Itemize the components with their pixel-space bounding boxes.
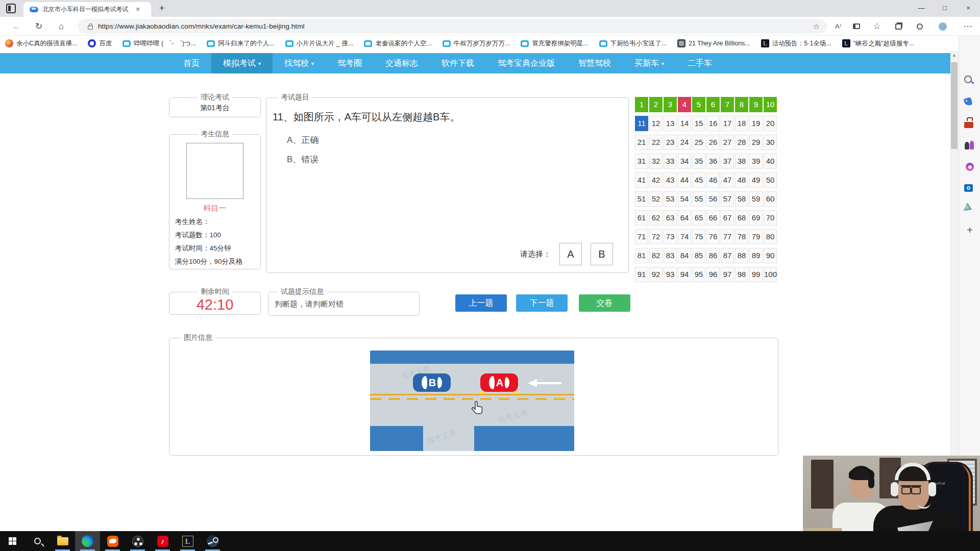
next-question-button[interactable]: 下一题	[516, 294, 568, 312]
question-cell-90[interactable]: 90	[764, 248, 777, 263]
question-cell-38[interactable]: 38	[735, 154, 748, 169]
question-cell-82[interactable]: 82	[649, 248, 663, 263]
taskbar-obs-icon[interactable]	[125, 531, 150, 551]
taskbar-file-explorer-icon[interactable]	[50, 531, 75, 551]
question-cell-57[interactable]: 57	[721, 191, 734, 207]
question-cell-76[interactable]: 76	[706, 229, 720, 244]
bookmark-item-8[interactable]: 冒充警察绑架明星...	[521, 39, 588, 48]
question-cell-73[interactable]: 73	[664, 229, 677, 244]
question-cell-96[interactable]: 96	[706, 267, 720, 282]
question-cell-23[interactable]: 23	[664, 135, 677, 150]
question-cell-5[interactable]: 5	[692, 97, 705, 112]
question-cell-10[interactable]: 10	[764, 97, 777, 112]
scrollbar-thumb[interactable]	[951, 62, 958, 149]
question-cell-24[interactable]: 24	[678, 135, 691, 150]
bookmark-item-11[interactable]: 活动预告：5·1全场...	[761, 39, 831, 48]
question-cell-67[interactable]: 67	[721, 210, 734, 226]
nav-item-二手车[interactable]: 二手车	[676, 53, 724, 73]
question-cell-13[interactable]: 13	[664, 116, 677, 131]
question-cell-21[interactable]: 21	[635, 135, 648, 150]
question-cell-22[interactable]: 22	[649, 135, 663, 150]
bookmark-item-2[interactable]: 百度	[88, 39, 112, 48]
prev-question-button[interactable]: 上一题	[455, 294, 507, 312]
scroll-up-icon[interactable]: ▲	[950, 53, 959, 58]
question-cell-26[interactable]: 26	[706, 135, 720, 150]
bookmark-item-7[interactable]: 牛叔万岁万岁万万...	[443, 39, 510, 48]
question-cell-98[interactable]: 98	[735, 267, 748, 282]
question-cell-1[interactable]: 1	[635, 97, 648, 112]
question-cell-33[interactable]: 33	[664, 154, 677, 169]
address-bar[interactable]: https://www.jiakaobaodian.com/mnks/exam/…	[78, 19, 827, 34]
question-cell-41[interactable]: 41	[635, 172, 648, 188]
option-A[interactable]: A、正确	[287, 134, 628, 146]
question-cell-11[interactable]: 11	[635, 116, 648, 131]
question-cell-43[interactable]: 43	[664, 172, 677, 188]
question-cell-62[interactable]: 62	[649, 210, 663, 226]
question-cell-78[interactable]: 78	[735, 229, 748, 244]
settings-more-icon[interactable]: ⋯	[962, 20, 974, 33]
question-cell-28[interactable]: 28	[735, 135, 748, 150]
question-cell-94[interactable]: 94	[678, 267, 691, 282]
question-cell-27[interactable]: 27	[721, 135, 734, 150]
question-cell-34[interactable]: 34	[678, 154, 691, 169]
question-cell-95[interactable]: 95	[692, 267, 705, 282]
nav-item-模拟考试[interactable]: 模拟考试▾	[211, 53, 273, 73]
question-cell-45[interactable]: 45	[692, 172, 705, 188]
bookmark-item-5[interactable]: 小片片说大片 _ 搜...	[285, 39, 354, 48]
profile-avatar[interactable]	[937, 20, 949, 33]
question-cell-86[interactable]: 86	[706, 248, 720, 263]
question-cell-71[interactable]: 71	[635, 229, 648, 244]
question-cell-58[interactable]: 58	[735, 191, 748, 207]
question-cell-91[interactable]: 91	[635, 267, 648, 282]
taskbar-douyu-icon[interactable]	[100, 531, 125, 551]
question-cell-88[interactable]: 88	[735, 248, 748, 263]
question-cell-37[interactable]: 37	[721, 154, 734, 169]
question-cell-39[interactable]: 39	[749, 154, 763, 169]
question-cell-68[interactable]: 68	[735, 210, 748, 226]
question-cell-75[interactable]: 75	[692, 229, 705, 244]
question-cell-61[interactable]: 61	[635, 210, 648, 226]
question-cell-2[interactable]: 2	[649, 97, 663, 112]
question-cell-47[interactable]: 47	[721, 172, 734, 188]
question-cell-20[interactable]: 20	[764, 116, 777, 131]
question-cell-8[interactable]: 8	[735, 97, 748, 112]
question-cell-36[interactable]: 36	[706, 154, 720, 169]
maximize-button[interactable]: □	[933, 0, 957, 17]
question-cell-29[interactable]: 29	[749, 135, 763, 150]
browser-tab[interactable]: 北京市小车科目一模拟考试考试 ×	[23, 2, 151, 17]
question-cell-51[interactable]: 51	[635, 191, 648, 207]
question-cell-19[interactable]: 19	[749, 116, 763, 131]
back-icon[interactable]: ←	[10, 20, 22, 33]
nav-item-智慧驾校[interactable]: 智慧驾校	[567, 53, 623, 73]
option-B[interactable]: B、错误	[287, 154, 628, 165]
question-cell-16[interactable]: 16	[706, 116, 720, 131]
sidebar-games-icon[interactable]	[964, 140, 975, 151]
choice-button-A[interactable]: A	[559, 243, 582, 265]
submit-exam-button[interactable]: 交卷	[579, 294, 630, 312]
question-cell-80[interactable]: 80	[764, 229, 777, 244]
url-text[interactable]: https://www.jiakaobaodian.com/mnks/exam/…	[98, 22, 305, 30]
question-cell-54[interactable]: 54	[678, 191, 691, 207]
sidebar-add-icon[interactable]: +	[964, 224, 975, 236]
question-cell-99[interactable]: 99	[749, 267, 763, 282]
question-cell-92[interactable]: 92	[649, 267, 663, 282]
favorites-star-icon[interactable]: ☆	[871, 20, 883, 33]
question-cell-42[interactable]: 42	[649, 172, 663, 188]
question-cell-18[interactable]: 18	[735, 116, 748, 131]
question-cell-48[interactable]: 48	[735, 172, 748, 188]
bookmark-item-12[interactable]: "峡谷之巅"超级服专...	[842, 39, 914, 48]
taskbar-netease-music-icon[interactable]: ♪	[150, 531, 175, 551]
bookmark-item-1[interactable]: 余小C真的很强直播...	[5, 39, 77, 48]
minimize-button[interactable]: —	[910, 0, 933, 17]
nav-item-驾考圈[interactable]: 驾考圈	[326, 53, 374, 73]
nav-item-驾考宝典企业版[interactable]: 驾考宝典企业版	[486, 53, 567, 73]
question-cell-31[interactable]: 31	[635, 154, 648, 169]
question-cell-97[interactable]: 97	[721, 267, 734, 282]
question-cell-77[interactable]: 77	[721, 229, 734, 244]
sidebar-shopping-icon[interactable]	[964, 98, 975, 109]
nav-item-交通标志[interactable]: 交通标志	[374, 53, 430, 73]
tab-actions-icon[interactable]	[6, 4, 16, 13]
question-cell-64[interactable]: 64	[678, 210, 691, 226]
nav-item-软件下载[interactable]: 软件下载	[430, 53, 486, 73]
question-cell-4[interactable]: 4	[678, 97, 691, 112]
